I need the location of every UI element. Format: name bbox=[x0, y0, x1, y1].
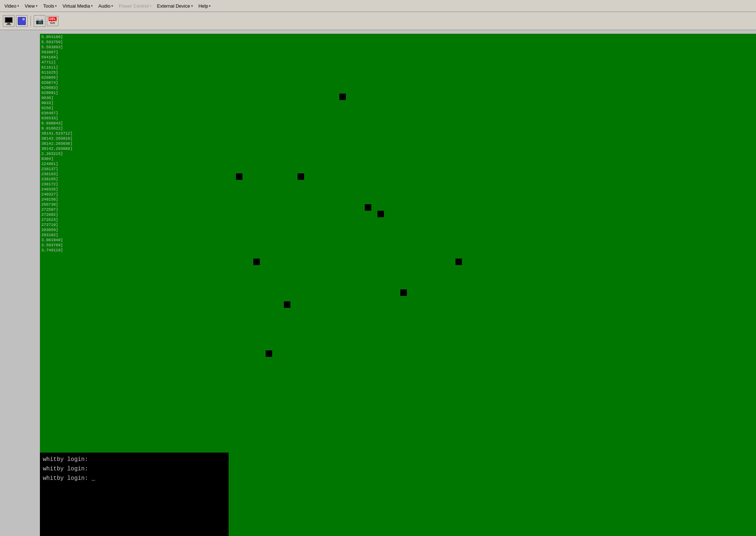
artifact-square bbox=[377, 211, 384, 217]
console-text-line: 593967] bbox=[41, 50, 136, 55]
console-text-line: 5.054180] bbox=[41, 34, 136, 40]
toolbar: 📷 DEL GA bbox=[0, 12, 756, 30]
console-text-line: 238165] bbox=[41, 177, 136, 182]
artifact-square bbox=[339, 94, 346, 100]
console-text-line: 38142.203036] bbox=[41, 141, 136, 146]
console-text-line: 293059] bbox=[41, 227, 136, 232]
console-text-line: 3.593769] bbox=[41, 243, 136, 248]
console-text-line: 9250] bbox=[41, 106, 136, 111]
artifact-square bbox=[236, 173, 242, 180]
virtual-media-button[interactable] bbox=[16, 15, 28, 27]
console-text-line: 238172] bbox=[41, 182, 136, 187]
console-text-line: 38142.203089] bbox=[41, 146, 136, 151]
console-text-line: 38141.523712] bbox=[41, 131, 136, 136]
tools-arrow-icon: ▾ bbox=[55, 4, 57, 8]
terminal-line: whitby login: bbox=[43, 464, 226, 474]
console-text-line: 272623] bbox=[41, 217, 136, 222]
console-text-line: 636467] bbox=[41, 111, 136, 116]
console-text-line: 9030] bbox=[41, 95, 136, 100]
screenshot-button[interactable]: 📷 bbox=[34, 15, 45, 27]
artifact-square bbox=[284, 301, 290, 308]
disk-icon bbox=[18, 17, 26, 25]
console-text-line: 238137] bbox=[41, 166, 136, 172]
console-text-line: 38142.203010] bbox=[41, 136, 136, 141]
console-text-line: 611611] bbox=[41, 65, 136, 70]
main-content: 5.054180]5.593759]5.593893]593967]594164… bbox=[0, 30, 756, 536]
camera-icon: 📷 bbox=[36, 17, 44, 25]
terminal-area: whitby login:whitby login:whitby login: … bbox=[40, 453, 229, 536]
ga-label: GA bbox=[50, 21, 55, 25]
menu-external-device[interactable]: External Device ▾ bbox=[154, 0, 196, 12]
console-text-line: 9.016622] bbox=[41, 126, 136, 131]
virtual-media-arrow-icon: ▾ bbox=[91, 4, 93, 8]
console-text-line: 620901] bbox=[41, 90, 136, 95]
console-text-line: 224961] bbox=[41, 161, 136, 166]
terminal-line: whitby login: _ bbox=[43, 474, 226, 483]
console-text-line: 5.593893] bbox=[41, 45, 136, 50]
artifact-square bbox=[365, 204, 371, 211]
artifact-square bbox=[455, 259, 462, 265]
toolbar-separator bbox=[30, 16, 31, 26]
del-ga-button[interactable]: DEL GA bbox=[47, 16, 58, 26]
monitor-button[interactable] bbox=[3, 15, 15, 27]
remote-display[interactable]: 5.054180]5.593759]5.593893]593967]594164… bbox=[40, 34, 756, 536]
menu-power-control[interactable]: Power Control ▾ bbox=[116, 0, 154, 12]
console-text-line: 3.001940] bbox=[41, 238, 136, 243]
console-text-line: 5.593759] bbox=[41, 40, 136, 45]
menu-video[interactable]: Video ▾ bbox=[1, 0, 22, 12]
menu-help[interactable]: Help ▾ bbox=[196, 0, 214, 12]
console-text-line: 611625] bbox=[41, 70, 136, 75]
console-text-line: 3.749119] bbox=[41, 248, 136, 253]
console-text-line: 272602] bbox=[41, 212, 136, 217]
artifact-square bbox=[266, 350, 272, 357]
console-text-line: 620883] bbox=[41, 85, 136, 90]
console-text-line: 240327] bbox=[41, 192, 136, 197]
console-text-overlay: 5.054180]5.593759]5.593893]593967]594164… bbox=[40, 34, 138, 253]
console-text-line: 47711] bbox=[41, 60, 136, 65]
monitor-icon bbox=[5, 17, 13, 25]
terminal-line: whitby login: bbox=[43, 455, 226, 464]
del-label: DEL bbox=[49, 17, 57, 21]
menu-virtual-media[interactable]: Virtual Media ▾ bbox=[60, 0, 95, 12]
console-text-line: 6.690843] bbox=[41, 121, 136, 126]
console-text-line: 636533] bbox=[41, 116, 136, 121]
console-text-line: 8304] bbox=[41, 156, 136, 161]
console-text-line: 2.203215] bbox=[41, 151, 136, 156]
console-text-line: 293102] bbox=[41, 232, 136, 238]
artifact-square bbox=[400, 289, 407, 296]
console-text-line: 594164] bbox=[41, 55, 136, 60]
menu-audio[interactable]: Audio ▾ bbox=[95, 0, 116, 12]
console-text-line: 272719] bbox=[41, 222, 136, 227]
menu-tools[interactable]: Tools ▾ bbox=[40, 0, 60, 12]
console-text-line: 256730] bbox=[41, 202, 136, 207]
external-device-arrow-icon: ▾ bbox=[191, 4, 193, 8]
console-text-line: 620874] bbox=[41, 80, 136, 85]
artifact-square bbox=[298, 173, 304, 180]
console-text-line: 272587] bbox=[41, 207, 136, 212]
power-control-arrow-icon: ▾ bbox=[150, 4, 151, 8]
help-arrow-icon: ▾ bbox=[209, 4, 211, 8]
console-text-line: 620865] bbox=[41, 75, 136, 80]
view-arrow-icon: ▾ bbox=[36, 4, 37, 8]
video-arrow-icon: ▾ bbox=[17, 4, 19, 8]
console-text-line: 9033] bbox=[41, 100, 136, 106]
console-text-line: 249158] bbox=[41, 197, 136, 202]
audio-arrow-icon: ▾ bbox=[111, 4, 113, 8]
console-text-line: 240326] bbox=[41, 187, 136, 192]
menu-view[interactable]: View ▾ bbox=[22, 0, 40, 12]
artifact-square bbox=[253, 259, 260, 265]
console-text-line: 238163] bbox=[41, 172, 136, 177]
menu-bar: Video ▾ View ▾ Tools ▾ Virtual Media ▾ A… bbox=[0, 0, 756, 12]
